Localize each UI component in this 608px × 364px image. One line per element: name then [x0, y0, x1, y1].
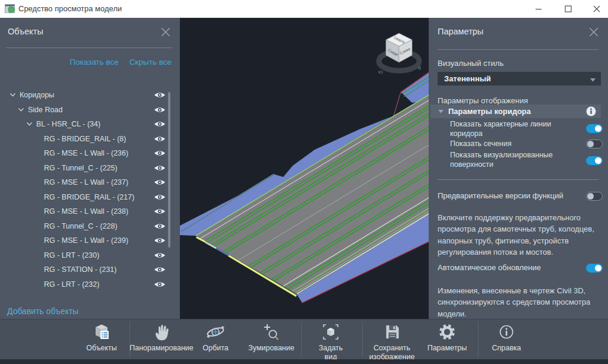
- tree-item-region[interactable]: RG - MSE - L Wall - (236): [0, 146, 180, 161]
- model-viewport[interactable]: Ю В Сверху Сзади Слева: [180, 18, 429, 319]
- parameters-panel-title: Параметры: [438, 27, 483, 36]
- tree-item-side-road[interactable]: Side Road: [0, 103, 180, 118]
- window-bottom-edge: [0, 359, 608, 364]
- app-icon: [5, 4, 15, 16]
- chevron-down-icon[interactable]: [18, 107, 24, 112]
- objects-cube-list-icon: [91, 321, 112, 343]
- tree-item-region[interactable]: RG - LRT - (232): [0, 277, 180, 292]
- auto-update-label: Автоматическое обновление: [438, 263, 541, 272]
- zoom-magnifier-icon: [262, 321, 281, 343]
- set-view-button[interactable]: Задать вид: [315, 321, 347, 361]
- visibility-eye-icon[interactable]: [154, 150, 166, 157]
- close-parameters-panel-icon[interactable]: [588, 27, 599, 37]
- auto-update-description: Изменения, внесенные в чертеж Civil 3D, …: [438, 285, 597, 319]
- preview-features-toggle[interactable]: [586, 192, 603, 201]
- corridor-group-label: Параметры коридора: [448, 107, 531, 116]
- tree-scrollbar[interactable]: [168, 92, 170, 248]
- gear-icon: [437, 321, 457, 343]
- visibility-eye-icon[interactable]: [154, 237, 166, 244]
- hide-all-link[interactable]: Скрыть все: [129, 58, 172, 67]
- rendered-surfaces-toggle[interactable]: [586, 156, 603, 165]
- help-button[interactable]: Справка: [471, 321, 542, 353]
- parameters-panel: Параметры Визуальный стиль Затененный Па…: [429, 18, 608, 319]
- display-settings-label: Параметры отображения: [438, 96, 528, 105]
- visibility-eye-icon[interactable]: [154, 281, 166, 288]
- svg-text:Ю: Ю: [378, 69, 383, 75]
- show-sections-toggle[interactable]: [586, 140, 603, 148]
- bottom-toolbar: Объекты Панорамирование Орбита: [0, 319, 608, 359]
- visibility-eye-icon[interactable]: [154, 194, 166, 201]
- window-titlebar: Средство просмотра модели: [0, 0, 608, 18]
- visibility-eye-icon[interactable]: [154, 266, 166, 273]
- visibility-eye-icon[interactable]: [154, 223, 166, 230]
- tree-item-region[interactable]: RG - MSE - L Wall - (237): [0, 175, 180, 190]
- close-window-button[interactable]: [584, 0, 608, 18]
- divider: [438, 179, 598, 180]
- tree-item-region[interactable]: RG - STATION - (231): [0, 262, 180, 277]
- tree-item-region[interactable]: RG - BRIDGE_RAIL - (8): [0, 132, 180, 147]
- help-info-icon: [497, 321, 516, 343]
- visual-style-dropdown[interactable]: Затененный: [438, 72, 601, 86]
- visibility-eye-icon[interactable]: [154, 121, 166, 128]
- visibility-eye-icon[interactable]: [154, 164, 166, 172]
- toggle-label: Показать сечения: [450, 139, 566, 148]
- hand-pan-icon: [152, 321, 171, 343]
- save-floppy-icon: [382, 321, 401, 343]
- toggle-label: Показать визуализированные поверхности: [450, 150, 566, 169]
- visibility-eye-icon[interactable]: [154, 179, 166, 186]
- corridor-settings-group[interactable]: Параметры коридора: [430, 105, 601, 118]
- objects-panel-title: Объекты: [8, 27, 43, 36]
- visibility-eye-icon[interactable]: [154, 208, 166, 215]
- objects-tree: Коридоры Side Road BL - HSR_CL - (34) RG…: [0, 88, 180, 292]
- tree-item-region[interactable]: RG - Tunnel_C - (225): [0, 161, 180, 176]
- tree-item-region[interactable]: RG - Tunnel_C - (228): [0, 219, 180, 234]
- toolbar-separator: [362, 322, 363, 357]
- tree-item-region[interactable]: RG - MSE - L Wall - (239): [0, 233, 180, 248]
- tree-item-region[interactable]: RG - BRIDGE_RAIL - (217): [0, 190, 180, 205]
- zoom-button[interactable]: Зумирование: [236, 321, 307, 353]
- preview-description: Включите поддержку предварительного прос…: [438, 212, 597, 258]
- visibility-eye-icon[interactable]: [154, 106, 166, 113]
- add-objects-link[interactable]: Добавить объекты: [7, 306, 78, 316]
- window-title: Средство просмотра модели: [18, 4, 122, 13]
- visual-style-value: Затененный: [444, 74, 491, 83]
- chevron-down-icon[interactable]: [10, 93, 16, 97]
- tree-item-region[interactable]: RG - MSE - L Wall - (238): [0, 204, 180, 219]
- orbit-icon: [205, 321, 226, 343]
- chevron-down-icon[interactable]: [438, 110, 444, 113]
- minimize-button[interactable]: [525, 0, 552, 18]
- svg-text:В: В: [418, 65, 421, 71]
- maximize-button[interactable]: [555, 0, 581, 18]
- corridor-feature-lines-toggle[interactable]: [586, 124, 603, 133]
- visibility-eye-icon[interactable]: [154, 91, 166, 99]
- info-icon[interactable]: [586, 106, 596, 116]
- visual-style-label: Визуальный стиль: [438, 59, 504, 68]
- auto-update-toggle[interactable]: [586, 264, 603, 273]
- preview-features-label: Предварительные версии функций: [438, 191, 563, 200]
- divider: [6, 48, 172, 48]
- chevron-down-icon: [590, 74, 596, 84]
- objects-panel: Объекты Показать все Скрыть все Коридоры…: [0, 18, 180, 319]
- show-all-link[interactable]: Показать все: [69, 58, 118, 67]
- tree-item-corridors[interactable]: Коридоры: [0, 88, 180, 103]
- toggle-label: Показать характерные линии коридора: [450, 119, 566, 138]
- corridor-3d-scene: Ю В Сверху Сзади Слева: [180, 18, 429, 319]
- tree-item-region[interactable]: RG - LRT - (230): [0, 248, 180, 263]
- close-objects-panel-icon[interactable]: [160, 27, 171, 37]
- set-view-icon: [321, 321, 341, 343]
- visibility-eye-icon[interactable]: [154, 135, 166, 143]
- tree-item-baseline[interactable]: BL - HSR_CL - (34): [0, 117, 180, 132]
- divider: [438, 49, 598, 50]
- chevron-down-icon[interactable]: [26, 122, 33, 126]
- visibility-eye-icon[interactable]: [154, 252, 166, 259]
